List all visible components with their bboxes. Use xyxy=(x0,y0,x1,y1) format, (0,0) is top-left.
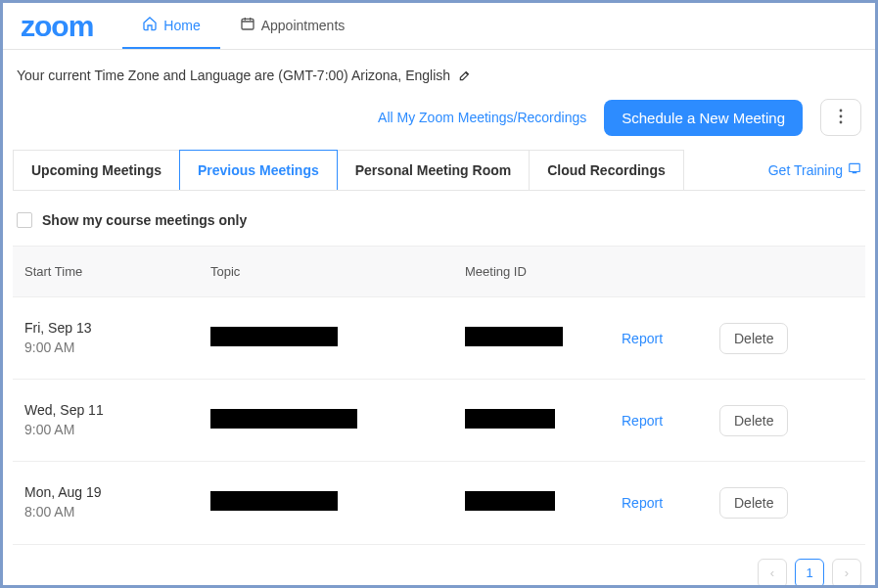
nav-tabs: Home Appointments xyxy=(122,3,364,49)
col-meeting-id: Meeting ID xyxy=(465,264,622,279)
nav-tab-home[interactable]: Home xyxy=(122,3,219,49)
report-link[interactable]: Report xyxy=(622,331,663,346)
timezone-language-info: Your current Time Zone and Language are … xyxy=(13,50,865,89)
calendar-icon xyxy=(240,16,255,34)
col-start-time: Start Time xyxy=(24,264,210,279)
table-row: Wed, Sep 11 9:00 AM Report Delete xyxy=(13,380,865,462)
svg-point-1 xyxy=(840,109,843,112)
redacted-meeting-id xyxy=(465,327,563,346)
svg-rect-4 xyxy=(850,163,860,171)
cell-start-time: Mon, Aug 19 8:00 AM xyxy=(24,483,210,521)
delete-button[interactable]: Delete xyxy=(719,487,788,519)
meeting-time: 9:00 AM xyxy=(24,421,210,440)
svg-rect-0 xyxy=(242,19,254,29)
training-icon xyxy=(848,161,861,178)
tab-personal-meeting-room[interactable]: Personal Meeting Room xyxy=(337,150,530,190)
cell-meeting-id xyxy=(465,327,622,350)
nav-tab-appointments-label: Appointments xyxy=(261,18,346,33)
more-options-button[interactable] xyxy=(820,99,861,136)
delete-button[interactable]: Delete xyxy=(719,323,788,354)
nav-tab-appointments[interactable]: Appointments xyxy=(220,3,365,49)
chevron-left-icon: ‹ xyxy=(770,565,774,580)
actions-row: All My Zoom Meetings/Recordings Schedule… xyxy=(13,89,865,150)
delete-button[interactable]: Delete xyxy=(719,405,788,436)
get-training-link[interactable]: Get Training xyxy=(768,161,865,178)
meetings-table-header: Start Time Topic Meeting ID xyxy=(13,246,865,297)
meeting-date: Wed, Sep 11 xyxy=(24,401,210,421)
svg-point-3 xyxy=(840,120,843,123)
cell-start-time: Wed, Sep 11 9:00 AM xyxy=(24,401,210,439)
table-row: Mon, Aug 19 8:00 AM Report Delete xyxy=(13,462,865,544)
cell-start-time: Fri, Sep 13 9:00 AM xyxy=(24,319,210,357)
pagination: ‹ 1 › xyxy=(13,545,865,588)
zoom-logo: zoom xyxy=(21,10,93,43)
get-training-label: Get Training xyxy=(768,162,843,178)
kebab-icon xyxy=(834,109,848,127)
redacted-topic xyxy=(210,327,338,346)
cell-topic xyxy=(210,409,465,432)
course-only-label: Show my course meetings only xyxy=(42,212,247,228)
home-icon xyxy=(142,16,158,34)
cell-meeting-id xyxy=(465,491,622,515)
redacted-meeting-id xyxy=(465,491,555,511)
course-only-checkbox[interactable] xyxy=(17,212,32,228)
page-number-button[interactable]: 1 xyxy=(795,559,824,588)
table-row: Fri, Sep 13 9:00 AM Report Delete xyxy=(13,297,865,380)
redacted-topic xyxy=(210,409,357,429)
redacted-meeting-id xyxy=(465,409,555,429)
tab-previous-meetings[interactable]: Previous Meetings xyxy=(179,150,338,190)
col-topic: Topic xyxy=(210,264,465,279)
tab-cloud-recordings[interactable]: Cloud Recordings xyxy=(529,150,684,190)
report-link[interactable]: Report xyxy=(622,413,663,429)
meeting-subtabs: Upcoming Meetings Previous Meetings Pers… xyxy=(13,150,865,191)
page-next-button[interactable]: › xyxy=(832,559,861,588)
report-link[interactable]: Report xyxy=(622,495,663,511)
cell-meeting-id xyxy=(465,409,622,432)
edit-icon[interactable] xyxy=(458,68,472,82)
meeting-time: 9:00 AM xyxy=(24,339,210,358)
top-nav: zoom Home Appointments xyxy=(3,3,875,50)
schedule-meeting-button[interactable]: Schedule a New Meeting xyxy=(604,100,803,136)
tab-upcoming-meetings[interactable]: Upcoming Meetings xyxy=(13,150,180,190)
meeting-date: Fri, Sep 13 xyxy=(24,319,210,339)
nav-tab-home-label: Home xyxy=(163,18,200,33)
svg-point-2 xyxy=(840,114,843,117)
page-prev-button[interactable]: ‹ xyxy=(758,559,787,588)
meeting-date: Mon, Aug 19 xyxy=(24,483,210,503)
cell-topic xyxy=(210,327,465,350)
cell-topic xyxy=(210,491,465,515)
filter-row: Show my course meetings only xyxy=(13,191,865,246)
timezone-language-text: Your current Time Zone and Language are … xyxy=(17,68,450,83)
redacted-topic xyxy=(210,491,338,511)
all-meetings-link[interactable]: All My Zoom Meetings/Recordings xyxy=(378,110,586,125)
meeting-time: 8:00 AM xyxy=(24,503,210,522)
chevron-right-icon: › xyxy=(845,565,849,580)
